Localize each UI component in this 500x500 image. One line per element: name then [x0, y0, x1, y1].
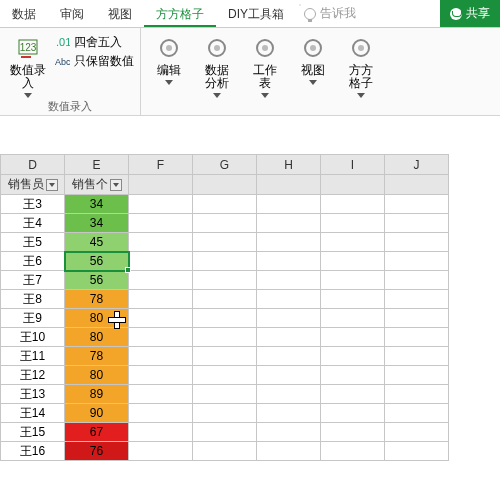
header-sales-person[interactable]: 销售员: [1, 175, 65, 195]
cell-empty[interactable]: [129, 271, 193, 290]
keepnum-button[interactable]: Abc 只保留数值: [54, 53, 134, 69]
cell-salescount[interactable]: 80: [65, 328, 129, 347]
table-row[interactable]: 王1676: [1, 442, 449, 461]
cell-empty[interactable]: [385, 328, 449, 347]
tab-diy[interactable]: DIY工具箱: [216, 0, 296, 27]
cell-empty[interactable]: [193, 290, 257, 309]
table-row[interactable]: 王980: [1, 309, 449, 328]
cell-empty[interactable]: [385, 404, 449, 423]
cell-empty[interactable]: [129, 214, 193, 233]
cell-empty[interactable]: [321, 290, 385, 309]
tab-data[interactable]: 数据: [0, 0, 48, 27]
cell-empty[interactable]: [193, 195, 257, 214]
cell-salescount[interactable]: 34: [65, 195, 129, 214]
cell-empty[interactable]: [321, 385, 385, 404]
cell-empty[interactable]: [321, 404, 385, 423]
cell-empty[interactable]: [257, 252, 321, 271]
cell-empty[interactable]: [129, 442, 193, 461]
table-row[interactable]: 王1490: [1, 404, 449, 423]
cell-empty[interactable]: [129, 328, 193, 347]
table-row[interactable]: 王545: [1, 233, 449, 252]
cell-empty[interactable]: [129, 366, 193, 385]
cell-empty[interactable]: [321, 347, 385, 366]
cell-salescount[interactable]: 34: [65, 214, 129, 233]
grid[interactable]: DEFGHIJ 销售员 销售个 王334王434王545王656王756王878…: [0, 154, 449, 461]
cell-empty[interactable]: [385, 423, 449, 442]
cell-salesperson[interactable]: 王6: [1, 252, 65, 271]
cell-empty[interactable]: [129, 195, 193, 214]
round-button[interactable]: .01 四舍五入: [54, 34, 134, 50]
cell-empty[interactable]: [193, 233, 257, 252]
tab-fangfang[interactable]: 方方格子: [144, 0, 216, 27]
cell-salescount[interactable]: 45: [65, 233, 129, 252]
cell-salesperson[interactable]: 王12: [1, 366, 65, 385]
cell-salescount[interactable]: 78: [65, 290, 129, 309]
cell-empty[interactable]: [193, 423, 257, 442]
cell-empty[interactable]: [385, 290, 449, 309]
cell-salesperson[interactable]: 王7: [1, 271, 65, 290]
cell-empty[interactable]: [385, 366, 449, 385]
table-row[interactable]: 王1567: [1, 423, 449, 442]
cell-empty[interactable]: [129, 309, 193, 328]
cell-empty[interactable]: [321, 195, 385, 214]
table-row[interactable]: 王756: [1, 271, 449, 290]
column-header[interactable]: H: [257, 155, 321, 175]
cell-empty[interactable]: [129, 233, 193, 252]
cell-salescount[interactable]: 76: [65, 442, 129, 461]
cell-empty[interactable]: [257, 385, 321, 404]
cell-empty[interactable]: [193, 385, 257, 404]
table-row[interactable]: 王1280: [1, 366, 449, 385]
cell-empty[interactable]: [321, 214, 385, 233]
cell-empty[interactable]: [193, 442, 257, 461]
share-button[interactable]: 共享: [440, 0, 500, 27]
cell-empty[interactable]: [193, 271, 257, 290]
cell-salescount[interactable]: 56: [65, 271, 129, 290]
column-header[interactable]: G: [193, 155, 257, 175]
column-header[interactable]: F: [129, 155, 193, 175]
filter-icon[interactable]: [110, 179, 122, 191]
tab-view[interactable]: 视图: [96, 0, 144, 27]
cell-empty[interactable]: [193, 309, 257, 328]
cell-empty[interactable]: [257, 423, 321, 442]
cell-salescount[interactable]: 80: [65, 309, 129, 328]
cell-salesperson[interactable]: 王14: [1, 404, 65, 423]
cell-empty[interactable]: [321, 252, 385, 271]
cell-empty[interactable]: [129, 290, 193, 309]
cell-empty[interactable]: [129, 404, 193, 423]
cell-empty[interactable]: [193, 328, 257, 347]
cell-empty[interactable]: [257, 309, 321, 328]
table-row[interactable]: 王334: [1, 195, 449, 214]
tab-review[interactable]: 审阅: [48, 0, 96, 27]
cell-empty[interactable]: [321, 309, 385, 328]
cell-empty[interactable]: [257, 404, 321, 423]
cell-empty[interactable]: [257, 233, 321, 252]
cell-empty[interactable]: [321, 423, 385, 442]
cell-empty[interactable]: [257, 442, 321, 461]
table-row[interactable]: 王1178: [1, 347, 449, 366]
cell-empty[interactable]: [385, 347, 449, 366]
cell-empty[interactable]: [385, 252, 449, 271]
table-row[interactable]: 王434: [1, 214, 449, 233]
cell-empty[interactable]: [257, 347, 321, 366]
cell-salesperson[interactable]: 王3: [1, 195, 65, 214]
cell-salescount[interactable]: 78: [65, 347, 129, 366]
cell-empty[interactable]: [193, 404, 257, 423]
cell-empty[interactable]: [257, 290, 321, 309]
cell-salescount[interactable]: 80: [65, 366, 129, 385]
cell-empty[interactable]: [257, 366, 321, 385]
column-header[interactable]: D: [1, 155, 65, 175]
cell-empty[interactable]: [385, 442, 449, 461]
tool-数据分析-button[interactable]: 数据分析: [195, 32, 239, 113]
cell-empty[interactable]: [385, 385, 449, 404]
table-row[interactable]: 王656: [1, 252, 449, 271]
tell-me[interactable]: 告诉我: [296, 0, 364, 27]
table-row[interactable]: 王1389: [1, 385, 449, 404]
num-input-button[interactable]: 123 数值录入: [6, 32, 50, 99]
cell-empty[interactable]: [385, 271, 449, 290]
cell-salesperson[interactable]: 王16: [1, 442, 65, 461]
cell-salescount[interactable]: 56: [65, 252, 129, 271]
cell-salesperson[interactable]: 王10: [1, 328, 65, 347]
cell-empty[interactable]: [321, 271, 385, 290]
cell-empty[interactable]: [193, 252, 257, 271]
cell-empty[interactable]: [129, 385, 193, 404]
